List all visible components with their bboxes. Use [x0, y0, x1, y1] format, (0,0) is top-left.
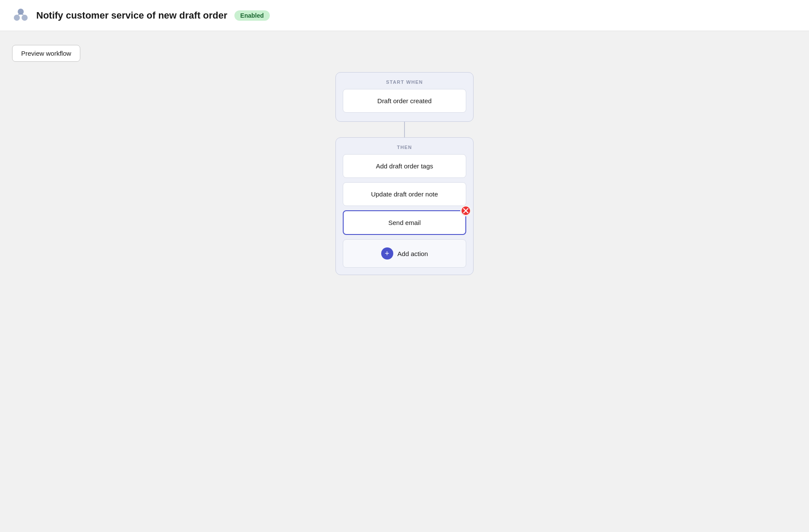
status-badge: Enabled [234, 10, 270, 21]
svg-point-2 [18, 9, 24, 15]
svg-point-1 [22, 15, 28, 21]
plus-circle-icon: + [381, 247, 393, 260]
workflow-canvas: START WHEN Draft order created THEN Add … [12, 72, 797, 275]
start-when-card: START WHEN Draft order created [335, 72, 474, 122]
main-content: Preview workflow START WHEN Draft order … [0, 31, 809, 289]
add-action-label: Add action [398, 250, 428, 257]
add-action-box[interactable]: + Add action [343, 239, 466, 268]
page-title: Notify customer service of new draft ord… [36, 10, 228, 21]
workflow-icon [12, 7, 29, 24]
then-card: THEN Add draft order tags Update draft o… [335, 137, 474, 275]
start-when-label: START WHEN [343, 79, 466, 85]
send-email-wrapper: Send email [343, 210, 466, 235]
remove-action-button[interactable] [460, 205, 471, 216]
svg-point-0 [14, 15, 20, 21]
action-send-email[interactable]: Send email [343, 210, 466, 235]
action-update-draft-order-note[interactable]: Update draft order note [343, 182, 466, 206]
then-label: THEN [343, 145, 466, 150]
preview-workflow-button[interactable]: Preview workflow [12, 45, 80, 62]
action-add-draft-order-tags[interactable]: Add draft order tags [343, 154, 466, 178]
header: Notify customer service of new draft ord… [0, 0, 809, 31]
connector-line [404, 122, 405, 137]
trigger-box[interactable]: Draft order created [343, 89, 466, 113]
